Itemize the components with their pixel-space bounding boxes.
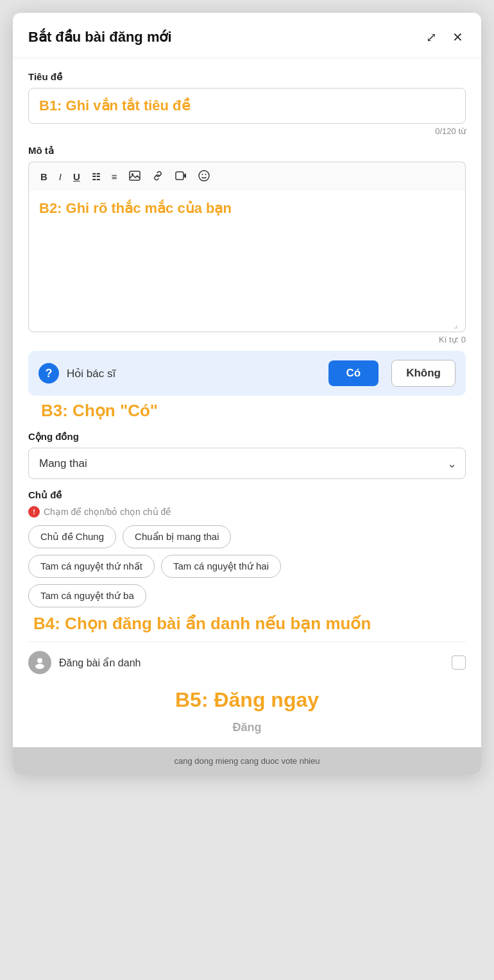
resize-handle: ⌟ xyxy=(454,320,463,329)
modal-container: Bắt đầu bài đăng mới ⤢ ✕ Tiêu đề 0/120 t… xyxy=(13,13,481,775)
svg-rect-2 xyxy=(176,172,183,180)
bold-btn[interactable]: B xyxy=(35,169,53,185)
header-icons: ⤢ ✕ xyxy=(423,27,466,47)
submit-row: Đăng xyxy=(28,714,466,747)
ask-doctor-bar: ? Hỏi bác sĩ Có Không xyxy=(28,351,466,396)
tags-hint-text: Chạm để chọn/bỏ chọn chủ đề xyxy=(44,507,171,517)
tag-tam-ca-2[interactable]: Tam cá nguyệt thứ hai xyxy=(161,555,281,578)
bottom-bar: cang dong mieng cang duoc vote nhieu xyxy=(13,747,481,775)
underline-btn[interactable]: U xyxy=(68,169,85,185)
modal-body: Tiêu đề 0/120 từ Mô tả B I U ☷ ≡ xyxy=(13,58,481,747)
tag-chu-de-chung[interactable]: Chủ đề Chung xyxy=(28,525,116,548)
tags-hint: ! Chạm để chọn/bỏ chọn chủ đề xyxy=(28,506,466,518)
svg-point-8 xyxy=(35,664,44,669)
anon-label: Đăng bài ẩn danh xyxy=(59,657,444,669)
tags-section: Chủ đề ! Chạm để chọn/bỏ chọn chủ đề Chủ… xyxy=(28,489,466,634)
image-btn[interactable] xyxy=(124,168,146,185)
ask-doctor-icon: ? xyxy=(38,363,59,384)
italic-btn[interactable]: I xyxy=(54,169,67,185)
title-input[interactable] xyxy=(28,88,466,124)
link-btn[interactable] xyxy=(147,168,169,185)
desc-textarea-wrapper: ⌟ xyxy=(28,191,466,332)
modal-header: Bắt đầu bài đăng mới ⤢ ✕ xyxy=(13,13,481,58)
emoji-btn[interactable] xyxy=(193,167,215,186)
desc-toolbar: B I U ☷ ≡ xyxy=(28,162,466,191)
tags-label: Chủ đề xyxy=(28,489,466,501)
video-btn[interactable] xyxy=(170,168,192,185)
svg-rect-0 xyxy=(130,171,140,180)
close-button[interactable]: ✕ xyxy=(450,27,466,47)
svg-point-6 xyxy=(205,174,206,175)
desc-textarea[interactable] xyxy=(29,191,465,319)
svg-point-5 xyxy=(201,174,203,175)
svg-point-7 xyxy=(37,658,42,663)
modal-title: Bắt đầu bài đăng mới xyxy=(28,29,172,46)
tag-chuan-bi-mang-thai[interactable]: Chuẩn bị mang thai xyxy=(123,525,231,548)
b4-instruction: B4: Chọn đăng bài ẩn danh nếu bạn muốn xyxy=(33,614,371,634)
desc-label: Mô tả xyxy=(28,145,466,156)
anon-row: Đăng bài ẩn danh xyxy=(28,641,466,683)
tags-row: Chủ đề Chung Chuẩn bị mang thai xyxy=(28,525,466,548)
ordered-list-btn[interactable]: ☷ xyxy=(87,169,105,185)
anon-checkbox[interactable] xyxy=(452,655,466,670)
kitu-count: Kí tự: 0 xyxy=(439,335,466,344)
tag-tam-ca-1[interactable]: Tam cá nguyệt thứ nhất xyxy=(28,555,155,578)
tags-row-3: Tam cá nguyệt thứ ba B4: Chọn đăng bài ẩ… xyxy=(28,584,466,634)
submit-button[interactable]: Đăng xyxy=(233,721,262,734)
tags-row-2: Tam cá nguyệt thứ nhất Tam cá nguyệt thứ… xyxy=(28,555,466,578)
bottom-bar-text: cang dong mieng cang duoc vote nhieu xyxy=(175,756,320,766)
anon-avatar xyxy=(28,651,51,674)
hint-icon: ! xyxy=(28,506,40,518)
ask-doctor-label: Hỏi bác sĩ xyxy=(67,367,321,380)
tag-tam-ca-3[interactable]: Tam cá nguyệt thứ ba xyxy=(28,584,146,607)
unordered-list-btn[interactable]: ≡ xyxy=(106,169,123,185)
community-select[interactable]: Mang thai Sau sinh Chăm sóc trẻ xyxy=(28,448,466,479)
b3-instruction: B3: Chọn "Có" xyxy=(41,401,158,421)
btn-yes[interactable]: Có xyxy=(328,360,379,386)
community-select-wrapper: Mang thai Sau sinh Chăm sóc trẻ ⌄ xyxy=(28,448,466,479)
title-label: Tiêu đề xyxy=(28,71,466,83)
community-section: Cộng đồng Mang thai Sau sinh Chăm sóc tr… xyxy=(28,431,466,479)
expand-button[interactable]: ⤢ xyxy=(423,27,439,47)
svg-point-4 xyxy=(199,171,209,181)
community-label: Cộng đồng xyxy=(28,431,466,443)
char-count: 0/120 từ xyxy=(435,126,466,136)
b5-instruction: B5: Đăng ngay xyxy=(28,683,466,714)
btn-no[interactable]: Không xyxy=(391,360,456,387)
